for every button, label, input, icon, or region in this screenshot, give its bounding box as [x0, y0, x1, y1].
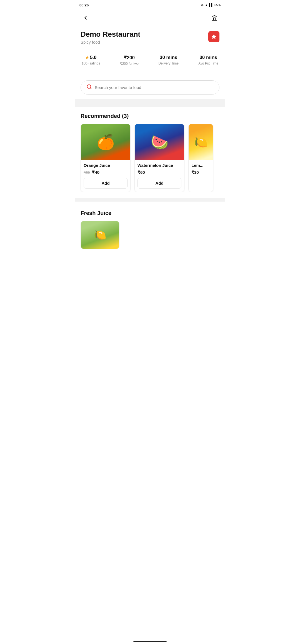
- item-card-orange-juice: 🍊 Orange Juice ₹50 ₹40 Add: [81, 124, 131, 192]
- lemon-juice-prices-partial: ₹30: [191, 170, 210, 175]
- item-card-fresh-lemon: 🍋: [81, 221, 119, 249]
- restaurant-info: Demo Restaurant Spicy food: [81, 30, 140, 44]
- stat-rating-value: ★ 5.0: [85, 55, 97, 60]
- fresh-lemon-image: 🍋: [81, 221, 119, 249]
- fresh-juice-title: Fresh Juice: [75, 210, 225, 216]
- stat-delivery-label: Delivery Time: [158, 61, 179, 65]
- orange-juice-add-button[interactable]: Add: [84, 178, 128, 189]
- stat-rating-label: 100+ ratings: [82, 61, 100, 65]
- stats-section: ★ 5.0 100+ ratings ₹200 ₹200 for two 30 …: [75, 44, 225, 76]
- signal-icon: ▌▌: [209, 3, 213, 7]
- lemon-juice-info-partial: Lem... ₹30: [189, 160, 213, 181]
- stat-delivery: 30 mins Delivery Time: [158, 55, 179, 65]
- battery-icon: 65%: [214, 3, 221, 7]
- lemon-juice-price-partial: ₹30: [191, 170, 199, 175]
- search-bar[interactable]: [81, 80, 219, 95]
- lemon-image-partial: 🍋: [189, 124, 213, 160]
- watermelon-juice-add-button[interactable]: Add: [138, 178, 181, 189]
- watermelon-juice-name: Watermelon Juice: [138, 163, 181, 168]
- orange-juice-info: Orange Juice ₹50 ₹40 Add: [81, 160, 130, 192]
- orange-juice-discounted-price: ₹40: [92, 170, 99, 175]
- watermelon-juice-info: Watermelon Juice ₹60 Add: [135, 160, 184, 192]
- star-icon: ★: [85, 55, 89, 60]
- section-separator: [75, 99, 225, 107]
- watermelon-juice-image: 🍉: [135, 124, 184, 160]
- recommended-title: Recommended (3): [75, 113, 225, 119]
- svg-line-2: [90, 88, 91, 89]
- orange-juice-name: Orange Juice: [84, 163, 128, 168]
- stat-delivery-value: 30 mins: [160, 55, 177, 60]
- restaurant-header: Demo Restaurant Spicy food: [75, 26, 225, 44]
- recommended-items-scroll[interactable]: 🍊 Orange Juice ₹50 ₹40 Add 🍉 Watermelon …: [75, 124, 225, 192]
- stats-row: ★ 5.0 100+ ratings ₹200 ₹200 for two 30 …: [81, 55, 219, 66]
- stat-price-value: ₹200: [124, 55, 135, 61]
- item-card-lemon-partial: 🍋 Lem... ₹30: [188, 124, 213, 192]
- divider-bottom: [81, 70, 219, 70]
- stat-price-label: ₹200 for two: [120, 62, 139, 66]
- orange-juice-prices: ₹50 ₹40: [84, 170, 128, 175]
- stat-prep-value: 30 mins: [199, 55, 217, 60]
- fresh-juice-section: Fresh Juice 🍋: [75, 204, 225, 252]
- stat-rating: ★ 5.0 100+ ratings: [82, 55, 100, 65]
- search-icon: [86, 84, 92, 91]
- stat-prep-label: Avg Prp Time: [198, 61, 218, 65]
- stat-price: ₹200 ₹200 for two: [120, 55, 139, 66]
- restaurant-name: Demo Restaurant: [81, 30, 140, 39]
- status-bar: 00:26 ⊕ ▲ ▌▌ 65%: [75, 0, 225, 10]
- search-section: [75, 76, 225, 99]
- watermelon-juice-prices: ₹60: [138, 170, 181, 175]
- restaurant-subtitle: Spicy food: [81, 40, 140, 44]
- recommended-section: Recommended (3) 🍊 Orange Juice ₹50 ₹40 A…: [75, 107, 225, 198]
- bookmark-button[interactable]: [208, 31, 219, 42]
- svg-marker-0: [212, 34, 216, 39]
- stat-prep: 30 mins Avg Prp Time: [198, 55, 218, 65]
- item-card-watermelon-juice: 🍉 Watermelon Juice ₹60 Add: [134, 124, 184, 192]
- bluetooth-icon: ⊕: [201, 3, 204, 7]
- status-time: 00:26: [79, 3, 89, 7]
- fresh-juice-items-scroll[interactable]: 🍋: [75, 221, 225, 249]
- orange-juice-original-price: ₹50: [84, 170, 90, 175]
- back-button[interactable]: [81, 13, 91, 23]
- home-button[interactable]: [209, 13, 219, 23]
- divider-top: [81, 50, 219, 50]
- status-icons: ⊕ ▲ ▌▌ 65%: [201, 3, 221, 7]
- section-separator-2: [75, 198, 225, 202]
- search-input[interactable]: [95, 85, 214, 90]
- lemon-juice-name-partial: Lem...: [191, 163, 210, 168]
- wifi-icon: ▲: [205, 3, 208, 7]
- watermelon-juice-price: ₹60: [138, 170, 145, 175]
- top-nav: [75, 10, 225, 26]
- orange-juice-image: 🍊: [81, 124, 130, 160]
